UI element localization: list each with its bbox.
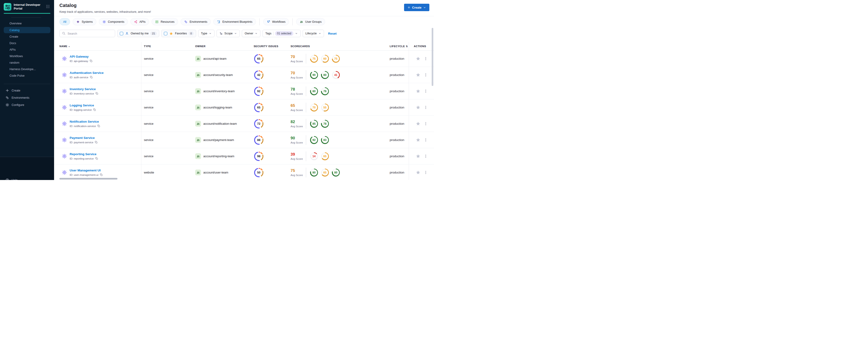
entity-name-link[interactable]: User Management UI <box>70 169 103 172</box>
horizontal-scrollbar-thumb[interactable] <box>59 178 118 180</box>
module-grid-icon[interactable] <box>46 4 50 8</box>
row-menu-kebab-icon[interactable] <box>424 73 428 77</box>
security-issues-donut[interactable]: 42 <box>254 70 264 80</box>
scorecard-badge[interactable]: 76 <box>321 87 329 95</box>
sidebar-item-random[interactable]: random <box>4 60 50 66</box>
copy-icon[interactable] <box>95 157 98 160</box>
entity-name-link[interactable]: Payment Service <box>70 136 98 140</box>
column-header-name[interactable]: NAME▲ <box>54 45 141 48</box>
security-issues-donut[interactable]: 72 <box>254 119 264 128</box>
favorite-star-icon[interactable] <box>416 154 421 159</box>
column-header-owner[interactable]: OWNER <box>193 45 252 48</box>
tab-apis[interactable]: APIs <box>130 18 149 25</box>
favorite-star-icon[interactable] <box>416 105 421 110</box>
column-header-type[interactable]: TYPE <box>141 45 193 48</box>
entity-name-link[interactable]: Notification Service <box>70 120 100 123</box>
scorecard-badge[interactable]: 60 <box>321 55 329 63</box>
tab-workflows[interactable]: Workflows <box>263 18 289 25</box>
favorites-checkbox[interactable] <box>164 32 167 35</box>
create-button[interactable]: Create <box>404 4 429 11</box>
copy-icon[interactable] <box>95 141 98 144</box>
sidebar-item-configure[interactable]: Configure <box>4 102 50 108</box>
sidebar-item-create[interactable]: Create <box>4 34 50 40</box>
tags-dropdown[interactable]: Tags 01 selected <box>262 30 301 37</box>
scorecard-badge[interactable]: 80 <box>332 169 340 177</box>
scorecard-badge[interactable]: 65 <box>321 152 329 160</box>
security-issues-donut[interactable]: 50 <box>254 168 264 177</box>
scorecard-badge[interactable]: 80 <box>321 71 329 79</box>
vertical-scrollbar-thumb[interactable] <box>432 28 433 86</box>
scorecard-badge[interactable]: 90 <box>310 71 318 79</box>
scorecard-badge[interactable]: 41 <box>332 71 340 79</box>
owned-by-me-filter[interactable]: Owned by me 21 <box>117 30 159 37</box>
lifecycle-dropdown[interactable]: Lifecycle <box>303 30 324 37</box>
entity-name-link[interactable]: Reporting Service <box>70 152 98 156</box>
scope-dropdown[interactable]: Scope <box>217 30 240 37</box>
favorite-star-icon[interactable] <box>416 89 421 94</box>
sidebar-item-catalog[interactable]: Catalog <box>4 27 50 33</box>
tab-resources[interactable]: Resources <box>152 18 178 25</box>
copy-icon[interactable] <box>90 76 93 79</box>
favorite-star-icon[interactable] <box>416 72 421 77</box>
sidebar-item-apis[interactable]: APIs <box>4 47 50 53</box>
owned-by-me-checkbox[interactable] <box>120 32 123 35</box>
scorecard-badge[interactable]: 75 <box>332 55 340 63</box>
scorecard-badge[interactable]: 70 <box>310 103 318 112</box>
security-issues-donut[interactable]: 88 <box>254 136 264 145</box>
tab-components[interactable]: Components <box>99 18 128 25</box>
scorecard-badge[interactable]: 78 <box>321 120 329 128</box>
entity-name-link[interactable]: Inventory Service <box>70 87 98 91</box>
row-menu-kebab-icon[interactable] <box>424 154 428 158</box>
scorecard-badge[interactable]: 92 <box>310 136 318 144</box>
security-issues-donut[interactable]: 92 <box>254 87 264 96</box>
security-issues-donut[interactable]: 98 <box>254 152 264 161</box>
sidebar-item-docs[interactable]: Docs <box>4 40 50 46</box>
copy-icon[interactable] <box>100 173 103 176</box>
copy-icon[interactable] <box>90 59 93 62</box>
search-input[interactable] <box>59 30 115 37</box>
copy-icon[interactable] <box>97 124 100 127</box>
tab-environments[interactable]: Environments <box>181 18 211 25</box>
tab-all[interactable]: All <box>59 18 70 25</box>
scorecard-badge[interactable]: 85 <box>310 120 318 128</box>
sidebar-item-overview[interactable]: Overview <box>4 21 50 27</box>
column-header-security-issues[interactable]: SECURITY ISSUES <box>252 45 288 48</box>
entity-name-link[interactable]: Authentication Service <box>70 71 103 74</box>
scorecard-badge[interactable]: 80 <box>310 169 318 177</box>
search-field[interactable] <box>67 32 113 35</box>
sidebar-item-create[interactable]: Create <box>4 87 50 94</box>
entity-name-link[interactable]: API Gateway <box>70 55 93 58</box>
scorecard-badge[interactable]: 83 <box>321 136 329 144</box>
sidebar-item-workflows[interactable]: Workflows <box>4 53 50 59</box>
scorecard-badge[interactable]: 65 <box>321 169 329 177</box>
row-menu-kebab-icon[interactable] <box>424 89 428 93</box>
scorecard-badge[interactable]: 14 <box>310 152 318 160</box>
owner-dropdown[interactable]: Owner <box>242 30 260 37</box>
row-menu-kebab-icon[interactable] <box>424 122 428 126</box>
sidebar-item-environments[interactable]: Environments <box>4 94 50 101</box>
scorecard-badge[interactable]: 80 <box>310 87 318 95</box>
row-menu-kebab-icon[interactable] <box>424 138 428 142</box>
tab-systems[interactable]: Systems <box>73 18 96 25</box>
sidebar-item-help[interactable]: Help <box>5 178 18 180</box>
sidebar-item-code-pulse[interactable]: Code Pulse <box>4 73 50 79</box>
favorites-filter[interactable]: Favorites 0 <box>161 30 196 37</box>
favorite-star-icon[interactable] <box>416 56 421 61</box>
column-header-lifecycle[interactable]: LIFECYCLE⇅ <box>371 45 409 48</box>
scorecard-badge[interactable]: 55 <box>321 103 329 112</box>
favorite-star-icon[interactable] <box>416 138 421 142</box>
row-menu-kebab-icon[interactable] <box>424 57 428 61</box>
copy-icon[interactable] <box>93 108 96 111</box>
row-menu-kebab-icon[interactable] <box>424 171 428 174</box>
tab-environment-blueprints[interactable]: Environment Blueprints <box>213 18 256 25</box>
favorite-star-icon[interactable] <box>416 121 421 126</box>
column-header-scorecards[interactable]: SCORECARDS <box>288 45 371 48</box>
copy-icon[interactable] <box>95 92 98 95</box>
reset-filters-button[interactable]: Reset <box>328 32 337 35</box>
type-dropdown[interactable]: Type <box>198 30 214 37</box>
security-issues-donut[interactable]: 65 <box>254 103 264 112</box>
scorecard-badge[interactable]: 75 <box>310 55 318 63</box>
tab-user-groups[interactable]: User Groups <box>296 18 325 25</box>
security-issues-donut[interactable]: 65 <box>254 54 264 63</box>
favorite-star-icon[interactable] <box>416 170 421 175</box>
